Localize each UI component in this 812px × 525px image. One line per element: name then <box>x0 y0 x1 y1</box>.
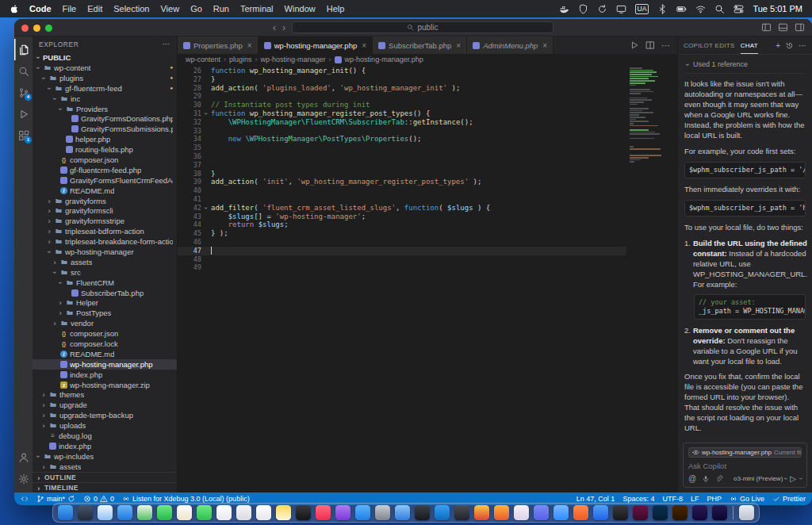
tree-item[interactable]: index.php <box>33 441 177 451</box>
tree-item[interactable]: wp-hosting-manager.php <box>33 359 177 370</box>
tree-item[interactable]: {}composer.lock <box>33 339 177 349</box>
tree-item[interactable]: GravityFormsDonations.php <box>33 113 177 124</box>
cursor-position[interactable]: Ln 47, Col 1 <box>576 495 615 503</box>
tree-item[interactable]: ›wp-hosting-manager <box>33 247 177 257</box>
close-icon[interactable]: × <box>542 41 547 50</box>
dock-app-postman[interactable] <box>573 505 588 520</box>
menubar-clock[interactable]: Tue 5:01 PM <box>753 4 802 13</box>
code-line[interactable]: 29 <box>178 92 626 101</box>
fold-icon[interactable]: › <box>202 203 211 213</box>
explorer-more-actions-icon[interactable]: ⋯ <box>163 40 171 48</box>
dock-app-maps[interactable] <box>137 505 152 520</box>
indentation-indicator[interactable]: Spaces: 4 <box>622 495 654 503</box>
dock-app-premiere[interactable] <box>692 505 707 520</box>
dock-app-zoom[interactable] <box>553 505 569 520</box>
control-center-menu-icon[interactable] <box>733 4 744 14</box>
dock-app-finder[interactable] <box>58 505 73 520</box>
breadcrumb-item[interactable]: plugins <box>229 56 252 63</box>
send-dropdown-icon[interactable]: › <box>797 477 804 480</box>
dock-app-music[interactable] <box>316 505 331 520</box>
menubar-item-window[interactable]: Window <box>285 4 316 13</box>
more-icon[interactable]: ⋯ <box>799 41 806 50</box>
code-line[interactable]: 38} <box>178 170 626 178</box>
close-window-button[interactable] <box>21 25 29 32</box>
chat-code-block[interactable]: $wphm_subscriber_js_path = 'https <box>684 200 806 217</box>
code-line[interactable]: 31›function wp_hosting_manager_register_… <box>178 109 626 118</box>
menubar-item-run[interactable]: Run <box>213 4 229 13</box>
sidebar-section-timeline[interactable]: ›TIMELINE <box>33 482 177 492</box>
search-menu-icon[interactable] <box>714 4 725 14</box>
tree-item[interactable]: ›vendor <box>33 318 177 328</box>
back-button[interactable]: ‹ <box>273 23 276 33</box>
menubar-item-terminal[interactable]: Terminal <box>240 4 274 13</box>
dock-app-discord[interactable] <box>534 505 549 520</box>
mention-icon[interactable]: @ <box>688 474 696 483</box>
docker-menu-icon[interactable] <box>559 4 569 14</box>
code-line[interactable]: 37 <box>178 161 626 170</box>
chat-code-block[interactable]: $wphm_subscriber_js_path = '/wp-c <box>684 162 806 178</box>
context-file-chip[interactable]: wp-hosting-manager.php Current file <box>688 447 802 458</box>
dock-app-after-effects[interactable] <box>712 505 727 520</box>
code-line[interactable]: 46 <box>178 238 626 247</box>
dock-app-app-store[interactable] <box>355 505 370 520</box>
window-titlebar[interactable]: ‹ › public <box>14 19 812 36</box>
code-line[interactable]: 34 new \WPHostingManager\PostTypes\Prope… <box>178 135 626 144</box>
tree-item[interactable]: ›upgrade <box>33 400 177 410</box>
code-line[interactable]: 36 <box>178 152 626 161</box>
tree-item[interactable]: ›gravityformscli <box>33 205 177 216</box>
run-icon[interactable] <box>630 40 639 50</box>
dock-app-settings[interactable] <box>375 505 390 520</box>
tree-item[interactable]: routing-fields.php <box>33 144 177 155</box>
minimap[interactable] <box>630 67 666 172</box>
editor-tab-adminmenu-php[interactable]: AdminMenu.php× <box>467 36 553 54</box>
dock-app-messages[interactable] <box>157 505 172 520</box>
activity-search[interactable] <box>14 60 33 82</box>
code-line[interactable]: 42›add_filter( 'fluent_crm_asset_listed_… <box>178 204 626 213</box>
tree-item[interactable]: zwp-hosting-manager.zip <box>33 380 177 390</box>
tree-item[interactable]: ›themes <box>33 390 177 400</box>
editor-tab-wp-hosting-manager-php[interactable]: wp-hosting-manager.php× <box>259 36 373 54</box>
dock-app-facetime[interactable] <box>197 505 212 520</box>
dock-app-trash[interactable] <box>739 505 754 520</box>
bluetooth-menu-icon[interactable] <box>657 4 668 14</box>
dock-app-safari[interactable] <box>98 505 113 520</box>
close-icon[interactable]: × <box>456 41 461 50</box>
tree-item[interactable]: ›FluentCRM <box>33 278 177 288</box>
send-button[interactable]: ▷ <box>790 474 796 483</box>
panel-tab-copilot-edits[interactable]: COPILOT EDITS <box>684 36 735 54</box>
editor-tab-subscribertab-php[interactable]: SubscriberTab.php× <box>373 36 467 54</box>
tree-item[interactable]: ›plugins● <box>33 73 177 83</box>
tree-item[interactable]: SubscriberTab.php <box>33 288 177 298</box>
code-line[interactable]: 27} <box>178 75 626 84</box>
dock-app-calendar[interactable] <box>216 505 232 520</box>
copilot-input-box[interactable]: wp-hosting-manager.php Current file Ask … <box>683 443 807 488</box>
model-picker[interactable]: o3-mini (Preview)› <box>733 475 787 482</box>
code-line[interactable]: 30// Instantiate post types during init <box>178 101 626 109</box>
dock-app-firefox[interactable] <box>494 505 509 520</box>
tree-item[interactable]: ›Helper <box>33 297 177 308</box>
remote-indicator[interactable] <box>21 495 29 503</box>
tree-item[interactable]: ›uploads <box>33 420 177 431</box>
panel-tab-chat[interactable]: CHAT <box>741 36 758 54</box>
dock-app-illustrator[interactable] <box>672 505 688 520</box>
tree-item[interactable]: ›wp-includes <box>33 451 177 462</box>
toggle-sidebar-icon[interactable] <box>761 22 772 33</box>
tree-item[interactable]: ›upgrade-temp-backup <box>33 410 177 420</box>
prettier-indicator[interactable]: Prettier <box>772 495 806 503</box>
code-line[interactable]: 28add_action( 'plugins_loaded', 'wp_host… <box>178 84 626 93</box>
menubar-item-file[interactable]: File <box>63 4 77 13</box>
code-line[interactable]: 47 <box>178 247 626 255</box>
tree-item[interactable]: ›gf-fluentcrm-feed● <box>33 83 177 94</box>
dock-app-figma[interactable] <box>613 505 628 520</box>
tree-item[interactable]: ›inc <box>33 94 177 104</box>
history-icon[interactable] <box>785 41 794 50</box>
settings-gear-icon[interactable] <box>14 468 33 489</box>
tree-item[interactable]: GravityFormsFluentCrmFeedAddon.php <box>33 175 177 186</box>
tree-item[interactable]: gf-fluentcrm-feed.php <box>33 165 177 175</box>
tree-item[interactable]: ›src <box>33 267 177 278</box>
tree-item[interactable]: ›Providers <box>33 104 177 114</box>
toggle-panel-icon[interactable] <box>778 22 788 33</box>
apple-menu-icon[interactable] <box>10 4 18 14</box>
dock-app-launchpad[interactable] <box>78 505 93 520</box>
code-line[interactable]: 44 return $slugs; <box>178 220 626 229</box>
